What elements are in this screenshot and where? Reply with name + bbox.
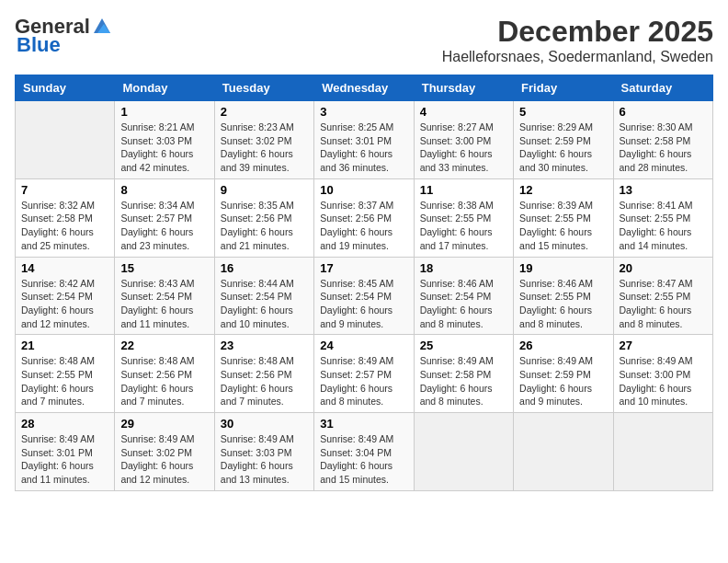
calendar-cell: 16Sunrise: 8:44 AM Sunset: 2:54 PM Dayli…	[214, 257, 313, 335]
calendar-cell: 25Sunrise: 8:49 AM Sunset: 2:58 PM Dayli…	[414, 335, 513, 413]
col-header-wednesday: Wednesday	[314, 75, 414, 101]
calendar-body: 1Sunrise: 8:21 AM Sunset: 3:03 PM Daylig…	[16, 101, 713, 491]
calendar-cell: 22Sunrise: 8:48 AM Sunset: 2:56 PM Dayli…	[115, 335, 214, 413]
calendar-cell: 20Sunrise: 8:47 AM Sunset: 2:55 PM Dayli…	[613, 257, 712, 335]
page-header: General Blue December 2025 Haelleforsnae…	[15, 15, 713, 65]
calendar-cell: 4Sunrise: 8:27 AM Sunset: 3:00 PM Daylig…	[414, 101, 513, 179]
day-info: Sunrise: 8:39 AM Sunset: 2:55 PM Dayligh…	[519, 199, 607, 253]
day-info: Sunrise: 8:34 AM Sunset: 2:57 PM Dayligh…	[120, 199, 208, 253]
calendar-cell: 5Sunrise: 8:29 AM Sunset: 2:59 PM Daylig…	[514, 101, 613, 179]
calendar-cell: 21Sunrise: 8:48 AM Sunset: 2:55 PM Dayli…	[16, 335, 115, 413]
calendar-cell: 24Sunrise: 8:49 AM Sunset: 2:57 PM Dayli…	[314, 335, 414, 413]
calendar-cell: 13Sunrise: 8:41 AM Sunset: 2:55 PM Dayli…	[613, 178, 712, 257]
logo: General Blue	[15, 15, 112, 57]
day-info: Sunrise: 8:49 AM Sunset: 3:03 PM Dayligh…	[221, 432, 308, 487]
day-info: Sunrise: 8:49 AM Sunset: 2:58 PM Dayligh…	[420, 354, 507, 408]
day-info: Sunrise: 8:49 AM Sunset: 3:01 PM Dayligh…	[21, 432, 108, 487]
day-info: Sunrise: 8:48 AM Sunset: 2:55 PM Dayligh…	[21, 354, 108, 408]
day-number: 10	[320, 183, 407, 197]
day-number: 8	[120, 183, 208, 197]
day-info: Sunrise: 8:49 AM Sunset: 3:02 PM Dayligh…	[120, 432, 208, 487]
day-number: 25	[420, 339, 507, 352]
calendar-cell: 2Sunrise: 8:23 AM Sunset: 3:02 PM Daylig…	[214, 101, 313, 179]
calendar-cell: 17Sunrise: 8:45 AM Sunset: 2:54 PM Dayli…	[314, 257, 414, 335]
col-header-sunday: Sunday	[16, 75, 115, 101]
day-number: 17	[320, 261, 407, 275]
day-number: 7	[21, 183, 108, 197]
calendar-week-4: 21Sunrise: 8:48 AM Sunset: 2:55 PM Dayli…	[16, 335, 713, 413]
location: Haelleforsnaes, Soedermanland, Sweden	[442, 49, 713, 65]
day-info: Sunrise: 8:43 AM Sunset: 2:54 PM Dayligh…	[120, 277, 208, 331]
day-info: Sunrise: 8:35 AM Sunset: 2:56 PM Dayligh…	[221, 199, 308, 253]
calendar-header-row: SundayMondayTuesdayWednesdayThursdayFrid…	[16, 75, 713, 101]
day-info: Sunrise: 8:23 AM Sunset: 3:02 PM Dayligh…	[221, 121, 308, 175]
calendar-cell: 8Sunrise: 8:34 AM Sunset: 2:57 PM Daylig…	[115, 178, 214, 257]
day-number: 19	[519, 261, 607, 275]
calendar-cell: 23Sunrise: 8:48 AM Sunset: 2:56 PM Dayli…	[214, 335, 313, 413]
day-info: Sunrise: 8:42 AM Sunset: 2:54 PM Dayligh…	[21, 277, 108, 331]
col-header-monday: Monday	[115, 75, 214, 101]
calendar-cell: 28Sunrise: 8:49 AM Sunset: 3:01 PM Dayli…	[16, 413, 115, 491]
calendar-cell: 10Sunrise: 8:37 AM Sunset: 2:56 PM Dayli…	[314, 178, 414, 257]
day-info: Sunrise: 8:49 AM Sunset: 2:59 PM Dayligh…	[519, 354, 607, 408]
calendar-week-3: 14Sunrise: 8:42 AM Sunset: 2:54 PM Dayli…	[16, 257, 713, 335]
day-info: Sunrise: 8:38 AM Sunset: 2:55 PM Dayligh…	[420, 199, 507, 253]
calendar-cell: 7Sunrise: 8:32 AM Sunset: 2:58 PM Daylig…	[16, 178, 115, 257]
calendar-cell	[414, 413, 513, 491]
day-number: 6	[620, 105, 707, 119]
calendar-cell: 27Sunrise: 8:49 AM Sunset: 3:00 PM Dayli…	[613, 335, 712, 413]
calendar-cell: 1Sunrise: 8:21 AM Sunset: 3:03 PM Daylig…	[115, 101, 214, 179]
day-info: Sunrise: 8:32 AM Sunset: 2:58 PM Dayligh…	[21, 199, 108, 253]
day-number: 21	[21, 339, 108, 352]
col-header-saturday: Saturday	[613, 75, 712, 101]
calendar-cell	[16, 101, 115, 179]
day-number: 30	[221, 417, 308, 431]
day-number: 14	[21, 261, 108, 275]
day-info: Sunrise: 8:37 AM Sunset: 2:56 PM Dayligh…	[320, 199, 407, 253]
day-info: Sunrise: 8:48 AM Sunset: 2:56 PM Dayligh…	[221, 354, 308, 408]
col-header-friday: Friday	[514, 75, 613, 101]
calendar-cell	[613, 413, 712, 491]
title-block: December 2025 Haelleforsnaes, Soedermanl…	[442, 15, 713, 65]
day-number: 1	[120, 105, 208, 119]
calendar-cell: 14Sunrise: 8:42 AM Sunset: 2:54 PM Dayli…	[16, 257, 115, 335]
logo-blue: Blue	[17, 33, 61, 57]
calendar-cell: 26Sunrise: 8:49 AM Sunset: 2:59 PM Dayli…	[514, 335, 613, 413]
calendar-week-5: 28Sunrise: 8:49 AM Sunset: 3:01 PM Dayli…	[16, 413, 713, 491]
day-info: Sunrise: 8:25 AM Sunset: 3:01 PM Dayligh…	[320, 121, 407, 175]
calendar-cell: 29Sunrise: 8:49 AM Sunset: 3:02 PM Dayli…	[115, 413, 214, 491]
calendar-cell: 6Sunrise: 8:30 AM Sunset: 2:58 PM Daylig…	[613, 101, 712, 179]
day-number: 15	[120, 261, 208, 275]
calendar-cell	[514, 413, 613, 491]
day-number: 4	[420, 105, 507, 119]
calendar-cell: 18Sunrise: 8:46 AM Sunset: 2:54 PM Dayli…	[414, 257, 513, 335]
calendar-week-1: 1Sunrise: 8:21 AM Sunset: 3:03 PM Daylig…	[16, 101, 713, 179]
calendar-cell: 19Sunrise: 8:46 AM Sunset: 2:55 PM Dayli…	[514, 257, 613, 335]
calendar-cell: 31Sunrise: 8:49 AM Sunset: 3:04 PM Dayli…	[314, 413, 414, 491]
day-number: 11	[420, 183, 507, 197]
col-header-thursday: Thursday	[414, 75, 513, 101]
day-info: Sunrise: 8:44 AM Sunset: 2:54 PM Dayligh…	[221, 277, 308, 331]
day-info: Sunrise: 8:47 AM Sunset: 2:55 PM Dayligh…	[620, 277, 707, 331]
day-info: Sunrise: 8:48 AM Sunset: 2:56 PM Dayligh…	[120, 354, 208, 408]
calendar-week-2: 7Sunrise: 8:32 AM Sunset: 2:58 PM Daylig…	[16, 178, 713, 257]
logo-icon	[92, 17, 112, 37]
day-number: 27	[620, 339, 707, 352]
calendar-cell: 12Sunrise: 8:39 AM Sunset: 2:55 PM Dayli…	[514, 178, 613, 257]
calendar-table: SundayMondayTuesdayWednesdayThursdayFrid…	[15, 75, 713, 491]
day-info: Sunrise: 8:29 AM Sunset: 2:59 PM Dayligh…	[519, 121, 607, 175]
day-number: 13	[620, 183, 707, 197]
day-info: Sunrise: 8:45 AM Sunset: 2:54 PM Dayligh…	[320, 277, 407, 331]
day-info: Sunrise: 8:46 AM Sunset: 2:55 PM Dayligh…	[519, 277, 607, 331]
day-info: Sunrise: 8:27 AM Sunset: 3:00 PM Dayligh…	[420, 121, 507, 175]
calendar-cell: 9Sunrise: 8:35 AM Sunset: 2:56 PM Daylig…	[214, 178, 313, 257]
calendar-cell: 30Sunrise: 8:49 AM Sunset: 3:03 PM Dayli…	[214, 413, 313, 491]
day-info: Sunrise: 8:49 AM Sunset: 3:00 PM Dayligh…	[620, 354, 707, 408]
day-number: 3	[320, 105, 407, 119]
day-number: 16	[221, 261, 308, 275]
day-number: 5	[519, 105, 607, 119]
day-info: Sunrise: 8:21 AM Sunset: 3:03 PM Dayligh…	[120, 121, 208, 175]
day-number: 23	[221, 339, 308, 352]
day-number: 31	[320, 417, 407, 431]
day-info: Sunrise: 8:49 AM Sunset: 3:04 PM Dayligh…	[320, 432, 407, 487]
